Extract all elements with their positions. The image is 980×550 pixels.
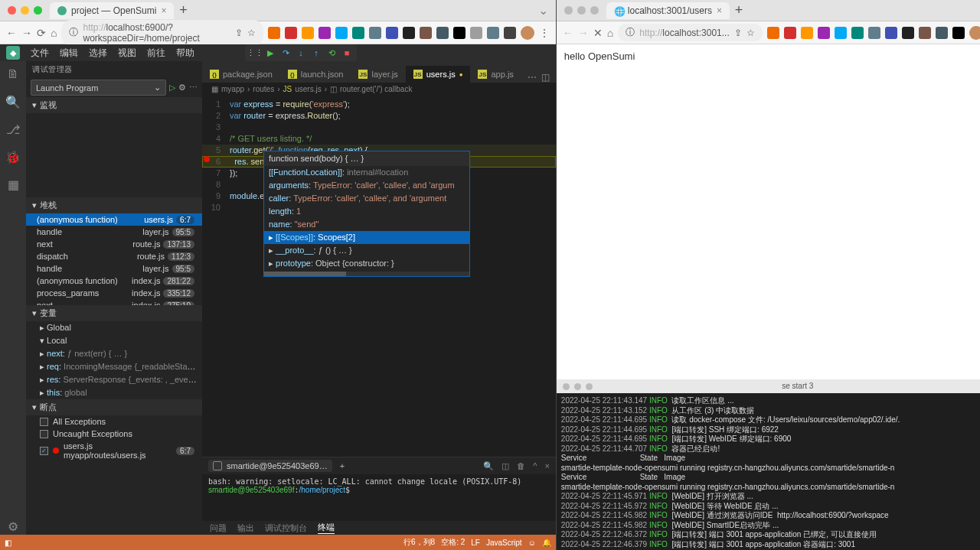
menu-file[interactable]: 文件: [31, 47, 49, 60]
share-icon[interactable]: ⇪: [734, 28, 742, 38]
terminal-split-icon[interactable]: ◫: [501, 461, 509, 471]
more-icon[interactable]: ⋯: [189, 83, 198, 93]
terminal-kill-icon[interactable]: 🗑: [517, 461, 525, 470]
extension-icon[interactable]: [784, 27, 796, 39]
url-box[interactable]: ⓘ http://localhost:3001... ⇪ ☆: [618, 24, 762, 41]
breadcrumb[interactable]: ▦ myapp › routes › JS users.js › ◫ route…: [202, 83, 556, 96]
browser-tab[interactable]: 🌐 localhost:3001/users ×: [606, 2, 730, 19]
stop-icon[interactable]: ■: [341, 47, 352, 58]
callstack-row[interactable]: handlelayer.js95:5: [26, 226, 202, 238]
new-tab-button[interactable]: +: [730, 2, 748, 18]
home-icon[interactable]: ⌂: [51, 27, 57, 39]
opensumi-logo[interactable]: ◆: [6, 46, 20, 60]
gear-icon[interactable]: ⚙: [178, 83, 186, 93]
extension-icon[interactable]: [470, 27, 482, 39]
callstack-row[interactable]: nextroute.js137:13: [26, 238, 202, 250]
stop-icon[interactable]: ✕: [593, 27, 603, 39]
max-dot[interactable]: [34, 6, 42, 15]
url-box[interactable]: ⓘ http://localhost:6900/?workspaceDir=/h…: [61, 20, 263, 46]
extension-icon[interactable]: [835, 27, 847, 39]
star-icon[interactable]: ☆: [746, 28, 755, 38]
extension-icon[interactable]: [801, 27, 813, 39]
terminal-search-icon[interactable]: 🔍: [483, 461, 494, 471]
callstack-row[interactable]: (anonymous function)users.js6:7: [26, 213, 202, 226]
extension-icon[interactable]: [369, 27, 381, 39]
extension-icon[interactable]: [403, 27, 415, 39]
extensions-icon[interactable]: ▦: [5, 176, 21, 193]
extension-icon[interactable]: [302, 27, 314, 39]
tab-close-icon[interactable]: ×: [161, 5, 166, 16]
new-tab-button[interactable]: +: [174, 2, 192, 18]
panel-output[interactable]: 输出: [237, 522, 254, 534]
continue-icon[interactable]: ▶: [265, 47, 276, 58]
back-icon[interactable]: ←: [6, 27, 17, 39]
callstack-row[interactable]: handlelayer.js95:5: [26, 262, 202, 275]
debug-hover[interactable]: function send(body) { … } [[FunctionLoca…: [263, 151, 470, 277]
editor-tab[interactable]: JSusers.js: [406, 66, 471, 83]
min-dot[interactable]: [577, 6, 586, 15]
extension-icon[interactable]: [285, 27, 297, 39]
callstack-row[interactable]: dispatchroute.js112:3: [26, 250, 202, 262]
extension-icon[interactable]: [885, 27, 897, 39]
hover-row[interactable]: name: "send": [264, 218, 469, 231]
extension-icon[interactable]: [352, 27, 364, 39]
callstack-row[interactable]: process_paramsindex.js335:12: [26, 287, 202, 299]
tab-close-icon[interactable]: ×: [717, 5, 722, 16]
breakpoints-section[interactable]: ▾ 断点: [26, 399, 202, 415]
extension-icon[interactable]: [952, 27, 965, 39]
min-dot[interactable]: [574, 383, 581, 390]
menu-selection[interactable]: 选择: [89, 47, 107, 60]
hover-scrollbar[interactable]: [264, 272, 469, 276]
hover-row[interactable]: ▸ prototype: Object {constructor: }: [264, 257, 469, 270]
debug-icon[interactable]: 🐞: [5, 148, 21, 165]
info-icon[interactable]: ⓘ: [69, 26, 78, 39]
bp-all-exceptions[interactable]: All Exceptions: [26, 415, 202, 428]
home-icon[interactable]: ⌂: [607, 27, 613, 39]
avatar[interactable]: [521, 26, 534, 40]
menu-icon[interactable]: ⋮: [539, 27, 550, 39]
variable-row[interactable]: ▸ this: global: [26, 386, 202, 399]
panel-debug-console[interactable]: 调试控制台: [265, 522, 307, 534]
variable-row[interactable]: ▸ res: ServerResponse {_events: , _event…: [26, 373, 202, 386]
external-terminal[interactable]: se start 3 2022-04-25 22:11:43.147 INFO …: [557, 379, 980, 550]
status-cursor[interactable]: 行6，列8: [403, 537, 435, 548]
restart-icon[interactable]: ⟲: [326, 47, 337, 58]
extension-icon[interactable]: [767, 27, 779, 39]
hover-row[interactable]: arguments: TypeError: 'caller', 'callee'…: [264, 179, 469, 192]
extension-icon[interactable]: [902, 27, 914, 39]
extension-icon[interactable]: [868, 27, 880, 39]
scm-icon[interactable]: ⎇: [5, 121, 21, 138]
extension-icon[interactable]: [335, 27, 348, 39]
back-icon[interactable]: ←: [563, 27, 573, 39]
close-dot[interactable]: [564, 6, 573, 15]
share-icon[interactable]: ⇪: [235, 28, 243, 38]
hover-row[interactable]: ▸ __proto__: ƒ () { … }: [264, 244, 469, 257]
max-dot[interactable]: [586, 383, 593, 390]
extension-icon[interactable]: [436, 27, 449, 39]
panel-terminal[interactable]: 终端: [318, 522, 335, 534]
terminal-close-icon[interactable]: ×: [544, 461, 549, 470]
editor-tab[interactable]: JSlayer.js: [351, 66, 405, 83]
hover-row[interactable]: ▸ [[Scopes]]: Scopes[2]: [264, 231, 469, 244]
info-icon[interactable]: ⓘ: [626, 26, 635, 39]
callstack-section[interactable]: ▾ 堆栈: [26, 197, 202, 213]
step-into-icon[interactable]: ↓: [296, 47, 306, 58]
watch-section[interactable]: ▾ 监视: [26, 97, 202, 113]
panel-problems[interactable]: 问题: [210, 522, 227, 534]
extension-icon[interactable]: [851, 27, 864, 39]
extension-icon[interactable]: [268, 27, 280, 39]
extension-icon[interactable]: [318, 27, 331, 39]
status-lang[interactable]: JavaScript: [486, 539, 522, 547]
variable-row[interactable]: ▸ next: ƒ next(err) { … }: [26, 347, 202, 360]
start-debug-icon[interactable]: ▷: [169, 83, 175, 93]
callstack-row[interactable]: (anonymous function)index.js281:22: [26, 275, 202, 287]
extension-icon[interactable]: [386, 27, 398, 39]
editor-tool-icon[interactable]: ⋯: [528, 72, 537, 83]
launch-config-select[interactable]: Launch Program⌄: [31, 80, 166, 96]
max-dot[interactable]: [590, 6, 599, 15]
variable-row[interactable]: ▸ req: IncomingMessage {_readableState: …: [26, 360, 202, 373]
close-dot[interactable]: [563, 383, 570, 390]
menu-edit[interactable]: 编辑: [60, 47, 78, 60]
min-dot[interactable]: [21, 6, 29, 15]
checkbox[interactable]: [40, 430, 48, 438]
